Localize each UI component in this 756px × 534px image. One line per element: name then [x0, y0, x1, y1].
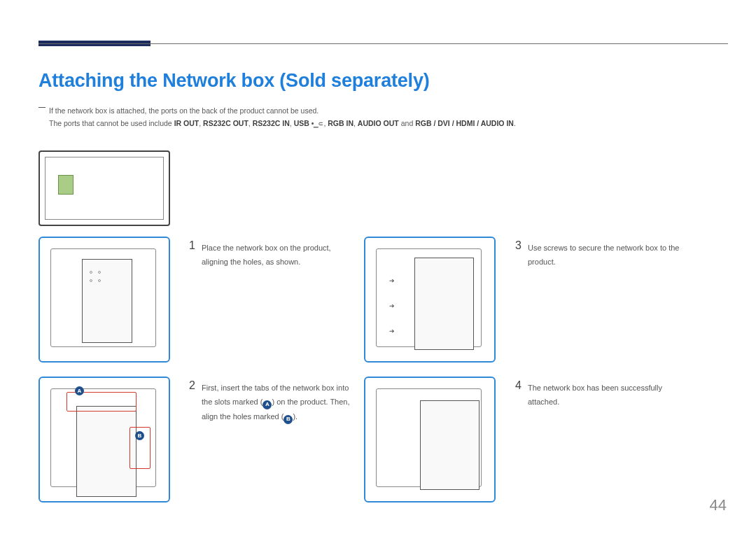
overview-diagram — [38, 150, 170, 226]
network-box — [82, 259, 132, 343]
vent-hole — [90, 279, 92, 282]
screw-arrow-icon — [389, 323, 405, 329]
step-4-text: 4 The network box has been successfully … — [528, 381, 682, 409]
step-1-diagram — [38, 237, 170, 363]
marker-a-icon: A — [75, 386, 84, 395]
network-box — [420, 400, 479, 490]
page-number: 44 — [710, 496, 727, 514]
step-body: First, insert the tabs of the network bo… — [202, 381, 356, 424]
step-number: 4 — [515, 379, 522, 392]
port-audio-out: AUDIO OUT — [358, 119, 399, 127]
vent-hole — [98, 271, 101, 274]
port-rgb-in: RGB IN — [328, 119, 354, 127]
port-rgb-dvi-hdmi-audio-in: RGB / DVI / HDMI / AUDIO IN — [415, 119, 514, 127]
vent-hole — [98, 279, 101, 282]
overview-network-box — [58, 175, 74, 195]
step-number: 2 — [189, 379, 195, 392]
port-rs232c-in: RS232C IN — [253, 119, 290, 127]
step-body: Use screws to secure the network box to … — [528, 241, 682, 269]
step-body: Place the network box on the product, al… — [202, 241, 356, 269]
step-number: 1 — [189, 239, 195, 252]
step-1-text: 1 Place the network box on the product, … — [202, 241, 356, 269]
usb-icon: •⎯⊂ — [312, 119, 324, 127]
network-box — [414, 258, 474, 350]
vent-hole — [90, 271, 92, 274]
step-2-text: 2 First, insert the tabs of the network … — [202, 381, 356, 424]
marker-a-icon: A — [262, 400, 272, 409]
marker-b-icon: B — [135, 431, 144, 440]
step-body: The network box has been successfully at… — [528, 381, 682, 409]
marker-b-icon: B — [284, 415, 293, 424]
sep-and: and — [399, 119, 415, 127]
screw-arrow-icon — [389, 298, 405, 304]
step-4-diagram — [364, 377, 496, 503]
port-usb: USB — [294, 119, 309, 127]
step-2-part3: ). — [293, 412, 298, 421]
note-line-2: The ports that cannot be used include IR… — [49, 119, 516, 127]
step-3-diagram — [364, 237, 496, 363]
note-dash — [38, 107, 46, 108]
page-title: Attaching the Network box (Sold separate… — [38, 70, 430, 92]
header-rule — [38, 43, 728, 44]
note-prefix: The ports that cannot be used include — [49, 119, 174, 127]
step-number: 3 — [515, 239, 522, 252]
network-box — [76, 406, 136, 497]
screw-arrow-icon — [389, 273, 405, 279]
port-ir-out: IR OUT — [174, 119, 200, 127]
note-line-1: If the network box is attached, the port… — [49, 106, 318, 115]
step-2-diagram: A B — [38, 377, 170, 503]
port-rs232c-out: RS232C OUT — [203, 119, 248, 127]
step-3-text: 3 Use screws to secure the network box t… — [528, 241, 682, 269]
